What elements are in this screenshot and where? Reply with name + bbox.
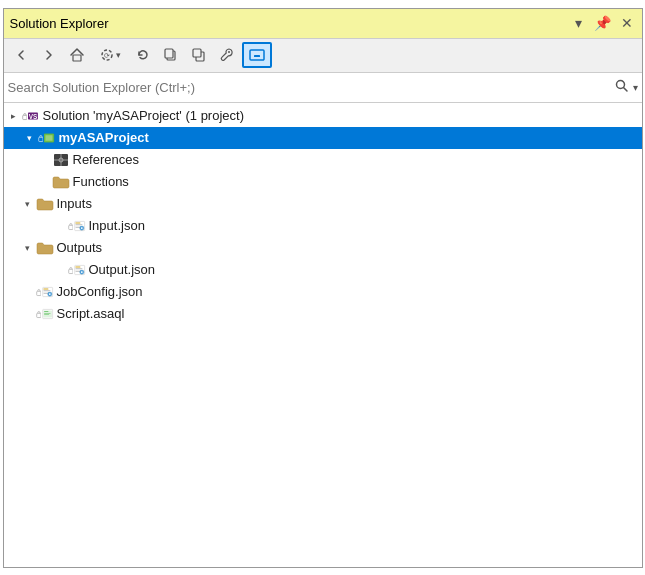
expand-solution-icon[interactable]: ▸ [6, 108, 22, 124]
sync-dropdown-button[interactable]: ⟳ ▾ [92, 42, 128, 68]
svg-rect-6 [193, 49, 201, 57]
forward-button[interactable] [36, 42, 62, 68]
tree-item-outputs[interactable]: ▾ Outputs [4, 237, 642, 259]
tree-item-solution[interactable]: ▸ VS Solution 'myASAProject' (1 project) [4, 105, 642, 127]
tree-item-input-json[interactable]: ▸ Input.json [4, 215, 642, 237]
back-button[interactable] [8, 42, 34, 68]
script-icon [36, 305, 54, 323]
tree-content: ▸ VS Solution 'myASAProject' (1 project)… [4, 103, 642, 567]
tree-item-project[interactable]: ▾ myASAProject [4, 127, 642, 149]
svg-rect-49 [44, 312, 50, 313]
title-controls: ▾ 📌 ✕ [570, 14, 636, 32]
svg-rect-14 [38, 137, 42, 141]
svg-rect-25 [76, 225, 82, 226]
expand-inputs-icon[interactable]: ▾ [20, 196, 36, 212]
functions-folder-icon [52, 173, 70, 191]
copy1-button[interactable] [158, 42, 184, 68]
undo-button[interactable] [130, 42, 156, 68]
svg-rect-40 [44, 290, 51, 291]
expand-project-icon[interactable]: ▾ [22, 130, 38, 146]
script-label: Script.asaql [57, 306, 125, 321]
jobconfig-label: JobConfig.json [57, 284, 143, 299]
svg-point-44 [49, 293, 51, 295]
project-label: myASAProject [59, 130, 149, 145]
input-json-icon [68, 217, 86, 235]
search-dropdown-icon[interactable]: ▾ [633, 82, 638, 93]
jobconfig-icon [36, 283, 54, 301]
svg-rect-29 [68, 269, 72, 273]
references-icon [52, 151, 70, 169]
pin-button[interactable]: 📌 [594, 14, 612, 32]
svg-rect-9 [254, 55, 260, 57]
tree-item-functions[interactable]: ▸ Functions [4, 171, 642, 193]
svg-rect-23 [76, 222, 81, 223]
window-title: Solution Explorer [10, 16, 109, 31]
dropdown-button[interactable]: ▾ [570, 14, 588, 32]
svg-rect-33 [76, 269, 82, 270]
solution-label: Solution 'myASAProject' (1 project) [43, 108, 245, 123]
functions-label: Functions [73, 174, 129, 189]
expand-outputs-icon[interactable]: ▾ [20, 240, 36, 256]
tree-item-inputs[interactable]: ▾ Inputs [4, 193, 642, 215]
svg-text:VS: VS [29, 112, 37, 119]
inputs-folder-icon [36, 195, 54, 213]
svg-point-36 [81, 271, 83, 273]
svg-rect-32 [76, 268, 83, 269]
svg-rect-4 [165, 49, 173, 58]
close-button[interactable]: ✕ [618, 14, 636, 32]
svg-rect-48 [44, 311, 48, 312]
svg-rect-41 [44, 291, 50, 292]
svg-rect-24 [76, 224, 83, 225]
input-json-label: Input.json [89, 218, 145, 233]
outputs-label: Outputs [57, 240, 103, 255]
solution-explorer-window: Solution Explorer ▾ 📌 ✕ [3, 8, 643, 568]
svg-rect-11 [22, 115, 26, 119]
svg-rect-39 [44, 288, 49, 289]
search-input[interactable] [8, 80, 615, 95]
svg-rect-0 [73, 55, 81, 61]
svg-point-7 [228, 51, 230, 53]
svg-text:⟳: ⟳ [104, 52, 110, 59]
active-view-button[interactable] [242, 42, 272, 68]
svg-rect-21 [68, 225, 72, 229]
svg-rect-16 [46, 135, 53, 141]
copy2-button[interactable] [186, 42, 212, 68]
title-bar: Solution Explorer ▾ 📌 ✕ [4, 9, 642, 39]
solution-icon: VS [22, 107, 40, 125]
toolbar: ⟳ ▾ [4, 39, 642, 73]
svg-rect-31 [76, 266, 81, 267]
properties-button[interactable] [214, 42, 240, 68]
output-json-icon [68, 261, 86, 279]
project-icon [38, 129, 56, 147]
svg-point-28 [81, 227, 83, 229]
home-button[interactable] [64, 42, 90, 68]
tree-item-jobconfig[interactable]: ▸ JobConfig.json [4, 281, 642, 303]
tree-item-output-json[interactable]: ▸ Output.json [4, 259, 642, 281]
svg-rect-37 [36, 291, 40, 295]
inputs-label: Inputs [57, 196, 92, 211]
search-bar: ▾ [4, 73, 642, 103]
tree-item-script[interactable]: ▸ Script.asaql [4, 303, 642, 325]
tree-item-references[interactable]: ▸ References [4, 149, 642, 171]
references-label: References [73, 152, 139, 167]
outputs-folder-icon [36, 239, 54, 257]
svg-rect-45 [36, 313, 40, 317]
output-json-label: Output.json [89, 262, 156, 277]
svg-rect-50 [44, 314, 49, 315]
search-icon[interactable] [615, 79, 629, 96]
